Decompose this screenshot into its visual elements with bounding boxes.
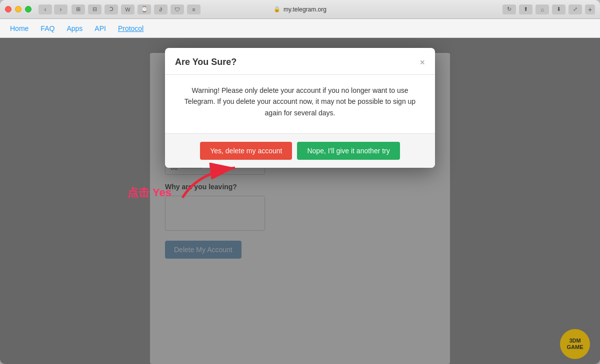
tool4-button[interactable]: W [121,4,134,14]
nav-protocol[interactable]: Protocol [118,24,144,32]
reload-button[interactable]: ↻ [502,4,516,14]
dialog-title: Are You Sure? [175,57,236,67]
split-view-button[interactable]: ⊟ [88,4,102,14]
dialog-header: Are You Sure? × [165,48,435,75]
nav-home[interactable]: Home [10,24,28,32]
tool7-button[interactable]: 🛡 [170,4,184,14]
url-display: my.telegram.org [284,6,326,13]
maximize-button[interactable] [25,6,32,12]
back-button[interactable]: ‹ [38,4,52,14]
nav-api[interactable]: API [94,24,106,32]
watermark-badge: 3DMGAME [560,329,590,359]
nav-buttons: ‹ › [38,4,68,14]
traffic-lights [5,6,32,12]
home-button[interactable]: ⌂ [536,4,549,14]
tool6-button[interactable]: ∂ [154,4,168,14]
forward-button[interactable]: › [54,4,68,14]
new-tab-button[interactable]: + [585,4,595,14]
dialog-footer: Yes, delete my account Nope, I'll give i… [165,133,435,168]
main-content: Warning! Please only delete your account… [0,38,600,364]
tool3-button[interactable]: Ↄ [104,4,118,14]
close-button[interactable] [5,6,12,12]
download-button[interactable]: ⬇ [552,4,566,14]
dialog-body: Warning! Please only delete your account… [165,75,435,133]
modal-overlay: Are You Sure? × Warning! Please only del… [0,38,600,364]
share-button[interactable]: ⬆ [519,4,532,14]
titlebar: ‹ › ⊞ ⊟ Ↄ W ⌚ ∂ 🛡 ≡ 🔒 my.telegram.org ↻ … [0,0,600,19]
minimize-button[interactable] [15,6,22,12]
zoom-button[interactable]: ⤢ [568,4,582,14]
watermark: 3DMGAME [555,329,595,359]
lock-icon: 🔒 [274,6,280,12]
toolbar-tools: ⊞ ⊟ Ↄ W ⌚ ∂ 🛡 ≡ [72,4,200,14]
browser-window: ‹ › ⊞ ⊟ Ↄ W ⌚ ∂ 🛡 ≡ 🔒 my.telegram.org ↻ … [0,0,600,364]
site-navbar: Home FAQ Apps API Protocol [0,19,600,38]
yes-delete-button[interactable]: Yes, delete my account [200,142,292,160]
address-bar-area: 🔒 my.telegram.org [274,6,326,13]
nope-button[interactable]: Nope, I'll give it another try [297,142,400,160]
nav-apps[interactable]: Apps [66,24,82,32]
nav-faq[interactable]: FAQ [40,24,54,32]
dialog-close-button[interactable]: × [420,58,425,67]
tab-overview-button[interactable]: ⊞ [72,4,85,14]
tool5-button[interactable]: ⌚ [138,4,151,14]
tool8-button[interactable]: ≡ [187,4,200,14]
dialog-warning-text: Warning! Please only delete your account… [180,85,420,118]
titlebar-right-tools: ↻ ⬆ ⌂ ⬇ ⤢ + [502,4,595,14]
confirm-dialog: Are You Sure? × Warning! Please only del… [165,48,435,168]
